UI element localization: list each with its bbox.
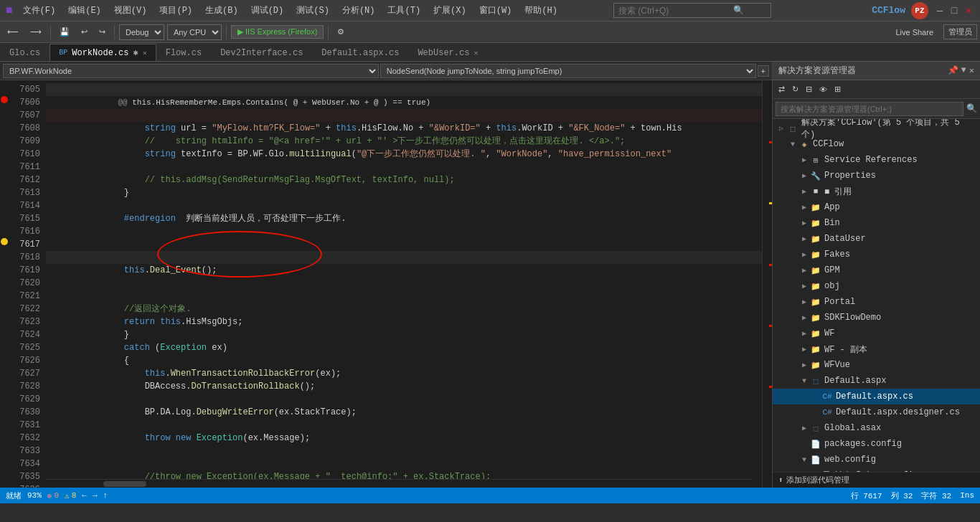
admin-btn[interactable]: 管理员 bbox=[943, 24, 977, 39]
error-count-badge[interactable]: ⊗ 0 bbox=[47, 491, 59, 500]
panel-menu-btn[interactable]: ▼ bbox=[961, 65, 966, 76]
toolbar-extra[interactable]: ⚙ bbox=[333, 26, 349, 38]
maximize-btn[interactable]: □ bbox=[948, 5, 960, 16]
toolbar-undo[interactable]: ↩ bbox=[77, 26, 92, 38]
run-button[interactable]: ▶ IIS Express (Firefox) bbox=[231, 25, 324, 39]
debug-mode-select[interactable]: Debug bbox=[119, 24, 164, 40]
nav-expand-btn[interactable]: + bbox=[758, 65, 769, 77]
class-nav-select[interactable]: BP.WF.WorkNode bbox=[3, 64, 379, 78]
expand-properties[interactable]: ▶ bbox=[798, 171, 810, 180]
expand-references[interactable]: ▶ bbox=[798, 187, 810, 196]
se-search-input[interactable] bbox=[776, 102, 963, 116]
h-scrollbar[interactable] bbox=[46, 479, 752, 488]
se-filter-btn[interactable]: ⊞ bbox=[831, 83, 844, 95]
method-nav-select[interactable]: NodeSend(Node jumpToNode, string jumpToE… bbox=[380, 64, 756, 78]
se-show-all-btn[interactable]: 👁 bbox=[816, 84, 830, 95]
tab-dev2interface[interactable]: Dev2Interface.cs bbox=[211, 44, 312, 61]
live-share-btn[interactable]: Live Share bbox=[891, 27, 938, 38]
menu-edit[interactable]: 编辑(E) bbox=[62, 3, 107, 18]
expand-portal[interactable]: ▶ bbox=[798, 298, 810, 306]
expand-wf[interactable]: ▶ bbox=[798, 329, 810, 338]
expand-globalasax[interactable]: ▶ bbox=[798, 424, 810, 432]
tree-defaultaspxcs[interactable]: C# Default.aspx.cs bbox=[773, 389, 980, 404]
tree-bin[interactable]: ▶ 📁 Bin bbox=[773, 215, 980, 231]
menu-test[interactable]: 测试(S) bbox=[291, 3, 335, 18]
nav-back[interactable]: ← bbox=[82, 491, 87, 500]
tab-webuser[interactable]: WebUser.cs ✕ bbox=[408, 44, 487, 61]
toolbar-save[interactable]: 💾 bbox=[55, 26, 74, 38]
menu-tools[interactable]: 工具(T) bbox=[382, 3, 426, 18]
se-search-icon[interactable]: 🔍 bbox=[966, 103, 977, 114]
tree-sdkflowdemo[interactable]: ▶ 📁 SDKFlowDemo bbox=[773, 310, 980, 326]
tree-references[interactable]: ▶ ■ ■ 引用 bbox=[773, 184, 980, 199]
panel-pin-btn[interactable]: 📌 bbox=[948, 65, 958, 76]
breakpoint-7606[interactable] bbox=[1, 96, 8, 103]
menu-extensions[interactable]: 扩展(X) bbox=[428, 3, 472, 18]
tree-wf[interactable]: ▶ 📁 WF bbox=[773, 326, 980, 341]
menu-analyze[interactable]: 分析(N) bbox=[336, 3, 381, 18]
tree-wf-copy[interactable]: ▶ 📁 WF - 副本 bbox=[773, 341, 980, 357]
menu-build[interactable]: 生成(B) bbox=[199, 3, 244, 18]
menu-project[interactable]: 项目(P) bbox=[154, 3, 198, 18]
se-collapse-btn[interactable]: ⊟ bbox=[803, 83, 815, 95]
tree-defaultaspxdesigner[interactable]: C# Default.aspx.designer.cs bbox=[773, 404, 980, 420]
close-btn[interactable]: ✕ bbox=[963, 5, 974, 16]
toolbar-redo[interactable]: ↪ bbox=[95, 26, 110, 38]
minimize-btn[interactable]: — bbox=[934, 5, 946, 16]
expand-wf-copy[interactable]: ▶ bbox=[798, 345, 810, 353]
expand-service-refs[interactable]: ▶ bbox=[798, 156, 810, 164]
tree-defaultaspx[interactable]: ▼ ⬚ Default.aspx bbox=[773, 373, 980, 389]
expand-bin[interactable]: ▶ bbox=[798, 219, 810, 227]
search-input[interactable] bbox=[618, 6, 733, 16]
tree-app[interactable]: ▶ 📁 App bbox=[773, 199, 980, 215]
tab-defaultaspx[interactable]: Default.aspx.cs bbox=[312, 44, 408, 61]
expand-solution[interactable]: ▷ bbox=[776, 124, 787, 133]
add-source-control-bar[interactable]: ⬆ 添加到源代码管理 bbox=[773, 472, 980, 488]
tab-close-worknode[interactable]: ✕ bbox=[143, 49, 147, 57]
tree-properties[interactable]: ▶ 🔧 Properties bbox=[773, 168, 980, 184]
scroll-gutter[interactable] bbox=[762, 80, 772, 488]
tree-obj[interactable]: ▶ 📁 obj bbox=[773, 278, 980, 294]
tree-solution-root[interactable]: ▷ ⬚ 解决方案'CCFlow'(第 5 个项目，共 5 个) bbox=[773, 120, 980, 136]
se-sync-btn[interactable]: ⇄ bbox=[776, 83, 788, 95]
expand-ccflow[interactable]: ▼ bbox=[787, 141, 798, 148]
code-editor[interactable]: @@ this.HisRememberMe.Emps.Contains( @ +… bbox=[46, 80, 762, 488]
expand-defaultaspx[interactable]: ▼ bbox=[798, 377, 810, 385]
global-search[interactable]: 🔍 bbox=[613, 3, 771, 18]
menu-debug[interactable]: 调试(D) bbox=[245, 3, 290, 18]
tree-service-refs[interactable]: ▶ ⊞ Service References bbox=[773, 152, 980, 168]
tree-datauser[interactable]: ▶ 📁 DataUser bbox=[773, 231, 980, 247]
expand-sdkflowdemo[interactable]: ▶ bbox=[798, 313, 810, 322]
expand-obj[interactable]: ▶ bbox=[798, 282, 810, 290]
expand-app[interactable]: ▶ bbox=[798, 203, 810, 212]
expand-wfvue[interactable]: ▶ bbox=[798, 361, 810, 369]
menu-help[interactable]: 帮助(H) bbox=[519, 3, 563, 18]
tree-gpm[interactable]: ▶ 📁 GPM bbox=[773, 262, 980, 278]
tree-wfvue[interactable]: ▶ 📁 WFVue bbox=[773, 357, 980, 373]
expand-datauser[interactable]: ▶ bbox=[798, 234, 810, 243]
tab-glo[interactable]: Glo.cs bbox=[0, 44, 50, 61]
h-scroll-thumb[interactable] bbox=[103, 481, 146, 487]
tab-worknode[interactable]: BP WorkNode.cs ✱ ✕ bbox=[50, 44, 156, 61]
tree-portal[interactable]: ▶ 📁 Portal bbox=[773, 294, 980, 310]
tree-packages-config[interactable]: 📄 packages.config bbox=[773, 436, 980, 452]
nav-forward[interactable]: → bbox=[93, 491, 98, 500]
tree-globalasax[interactable]: ▶ ⬚ Global.asax bbox=[773, 420, 980, 436]
tree-webconfig[interactable]: ▼ 📄 web.config bbox=[773, 452, 980, 468]
menu-window[interactable]: 窗口(W) bbox=[473, 3, 518, 18]
expand-webconfig[interactable]: ▼ bbox=[798, 456, 810, 464]
expand-fakes[interactable]: ▶ bbox=[798, 250, 810, 259]
warn-count-badge[interactable]: ⚠ 8 bbox=[65, 491, 76, 500]
expand-gpm[interactable]: ▶ bbox=[798, 266, 810, 275]
nav-up[interactable]: ↑ bbox=[103, 491, 108, 500]
zoom-level[interactable]: 93% bbox=[27, 491, 42, 500]
tab-flow[interactable]: Flow.cs bbox=[156, 44, 211, 61]
se-refresh-btn[interactable]: ↻ bbox=[789, 83, 801, 95]
menu-view[interactable]: 视图(V) bbox=[108, 3, 153, 18]
tab-close-webuser[interactable]: ✕ bbox=[473, 49, 478, 57]
menu-file[interactable]: 文件(F) bbox=[17, 3, 62, 18]
panel-close-btn[interactable]: ✕ bbox=[969, 65, 974, 76]
tree-fakes[interactable]: ▶ 📁 Fakes bbox=[773, 247, 980, 262]
toolbar-back[interactable]: ⟵ bbox=[3, 26, 23, 38]
toolbar-forward[interactable]: ⟶ bbox=[26, 26, 46, 38]
